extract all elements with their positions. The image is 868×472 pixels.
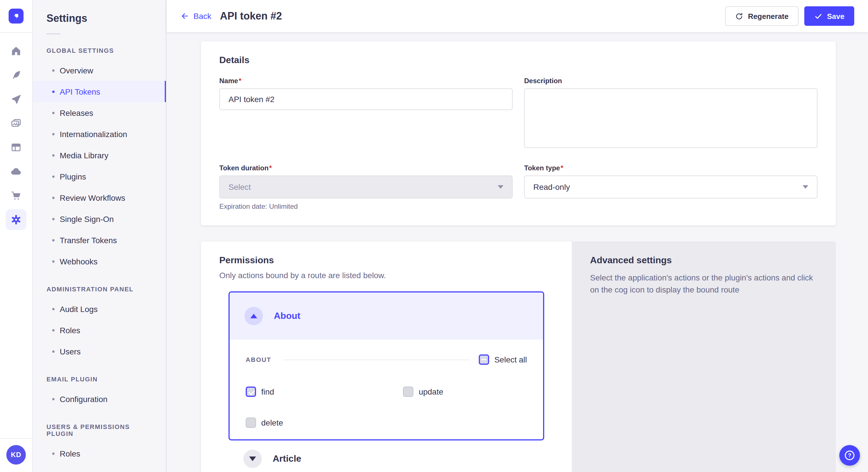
chevron-down-icon: [803, 185, 808, 189]
sidebar-item-transfer-tokens[interactable]: Transfer Tokens: [33, 229, 166, 250]
media-pictures-icon[interactable]: [6, 113, 26, 134]
select-all-checkbox[interactable]: [479, 355, 489, 365]
sidebar-item-overview[interactable]: Overview: [33, 60, 166, 81]
bullet-icon: [52, 90, 55, 93]
action-checkbox-grid: find update delete: [246, 386, 527, 428]
sidebar-item-up-roles[interactable]: Roles: [33, 443, 166, 464]
required-asterisk: *: [269, 164, 272, 172]
strapi-logo[interactable]: [9, 9, 24, 24]
bullet-icon: [52, 196, 55, 199]
details-heading: Details: [219, 55, 817, 65]
bullet-icon: [52, 260, 55, 262]
name-field-group: Name*: [219, 77, 513, 150]
sidebar-item-review-workflows[interactable]: Review Workflows: [33, 187, 166, 208]
cloud-icon[interactable]: [6, 161, 26, 182]
bullet-icon: [52, 329, 55, 331]
accordion-about-title: About: [274, 311, 300, 321]
section-divider: [283, 359, 470, 360]
bullet-icon: [52, 350, 55, 352]
action-find: find: [246, 386, 403, 397]
sidebar-item-admin-roles[interactable]: Roles: [33, 319, 166, 341]
permissions-section: Permissions Only actions bound by a rout…: [201, 241, 836, 472]
layout-icon[interactable]: [6, 137, 26, 158]
sidebar-title: Settings: [46, 12, 152, 25]
permissions-heading: Permissions: [219, 255, 553, 266]
arrow-left-icon: [180, 11, 189, 21]
sidebar-item-email-configuration[interactable]: Configuration: [33, 388, 166, 409]
rail-logo-area: [0, 0, 32, 33]
collapse-toggle-button[interactable]: [245, 307, 263, 325]
name-input[interactable]: [219, 88, 513, 110]
token-duration-field-group: Token duration* Select Expiration date: …: [219, 164, 513, 210]
sidebar-item-up-providers[interactable]: Providers: [33, 464, 166, 472]
sidebar-item-webhooks[interactable]: Webhooks: [33, 250, 166, 272]
find-checkbox[interactable]: [246, 386, 256, 397]
help-button[interactable]: ?: [839, 445, 860, 466]
find-label: find: [261, 387, 274, 396]
token-type-label: Token type*: [524, 164, 817, 172]
feather-icon[interactable]: [6, 65, 26, 86]
bullet-icon: [52, 175, 55, 177]
delete-checkbox[interactable]: [246, 417, 256, 428]
sidebar-item-single-sign-on[interactable]: Single Sign-On: [33, 208, 166, 229]
accordion-article-header[interactable]: Article: [228, 450, 544, 468]
bullet-icon: [52, 217, 55, 220]
about-section-row: ABOUT Select all: [246, 355, 527, 365]
token-type-select[interactable]: Read-only: [524, 175, 817, 198]
description-field-group: Description: [524, 77, 817, 150]
back-label: Back: [193, 11, 211, 21]
accordion-about-header[interactable]: About: [229, 293, 543, 339]
sidebar-title-divider: [46, 33, 60, 34]
description-label: Description: [524, 77, 817, 85]
section-label-users-permissions-plugin: USERS & PERMISSIONS PLUGIN: [46, 423, 152, 437]
sidebar-item-plugins[interactable]: Plugins: [33, 166, 166, 187]
user-avatar[interactable]: KD: [6, 445, 26, 465]
regenerate-button[interactable]: Regenerate: [725, 6, 799, 26]
update-label: update: [419, 387, 443, 396]
bullet-icon: [52, 452, 55, 454]
permissions-card: Permissions Only actions bound by a rout…: [201, 241, 572, 472]
section-label-administration-panel: ADMINISTRATION PANEL: [46, 285, 152, 293]
cart-icon[interactable]: [6, 185, 26, 206]
back-button[interactable]: Back: [180, 11, 211, 21]
update-checkbox[interactable]: [403, 386, 414, 397]
home-icon[interactable]: [6, 41, 26, 61]
advanced-settings-description: Select the application's actions or the …: [590, 272, 817, 296]
expand-toggle-button[interactable]: [243, 450, 262, 468]
check-icon: [814, 12, 823, 20]
bullet-icon: [52, 133, 55, 135]
gear-icon[interactable]: [6, 209, 26, 230]
sidebar-item-admin-users[interactable]: Users: [33, 341, 166, 362]
page-content: Details Name* Description: [166, 32, 868, 472]
strapi-logo-mark: [11, 11, 21, 21]
accordion-article-title: Article: [273, 453, 301, 464]
token-duration-select[interactable]: Select: [219, 175, 513, 198]
section-label-email-plugin: EMAIL PLUGIN: [46, 376, 152, 382]
chevron-down-icon: [249, 457, 256, 461]
rail-footer: KD: [0, 438, 32, 472]
bullet-icon: [52, 69, 55, 71]
chevron-up-icon: [250, 314, 257, 318]
regenerate-label: Regenerate: [748, 12, 789, 20]
refresh-icon: [735, 12, 743, 20]
sidebar-item-internationalization[interactable]: Internationalization: [33, 123, 166, 144]
svg-text:?: ?: [848, 452, 851, 459]
sidebar-item-media-library[interactable]: Media Library: [33, 144, 166, 166]
bullet-icon: [52, 111, 55, 114]
permissions-subtitle: Only actions bound by a route are listed…: [219, 271, 553, 280]
bullet-icon: [52, 154, 55, 156]
question-mark-icon: ?: [843, 449, 856, 462]
paper-plane-icon[interactable]: [6, 89, 26, 109]
details-row-1: Name* Description: [219, 77, 817, 150]
bullet-icon: [52, 239, 55, 241]
advanced-settings-heading: Advanced settings: [590, 255, 817, 266]
save-button[interactable]: Save: [804, 6, 854, 26]
required-asterisk: *: [239, 77, 241, 85]
sidebar-item-api-tokens[interactable]: API Tokens: [33, 81, 166, 102]
main-area: Back API token #2 Regenerate Save Detail…: [166, 0, 868, 472]
description-textarea[interactable]: [524, 88, 817, 148]
details-card: Details Name* Description: [201, 41, 836, 225]
sidebar-item-releases[interactable]: Releases: [33, 102, 166, 123]
bullet-icon: [52, 398, 55, 400]
sidebar-item-audit-logs[interactable]: Audit Logs: [33, 298, 166, 319]
